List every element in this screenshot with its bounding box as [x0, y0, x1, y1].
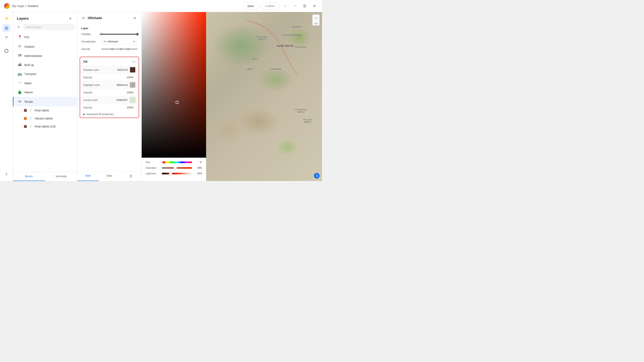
fill-row-shadow-color: Shadow color #552C25 — [80, 65, 139, 74]
opacity-handle-1[interactable] — [111, 48, 113, 50]
accent-color-swatch[interactable] — [130, 97, 136, 103]
sidebar-icon-lightning[interactable]: ⚡ — [2, 14, 10, 22]
fill-value-accent-opacity: 100% — [127, 106, 134, 109]
breadcrumb-separator: / — [26, 4, 26, 8]
visualization-select[interactable]: Hillshade ▼ — [101, 38, 138, 45]
layer-item-nature[interactable]: 🌲 Nature — [13, 88, 77, 97]
sidebar-icon-layers[interactable] — [2, 24, 10, 32]
layer-label-terrain: Terrain — [24, 100, 33, 103]
add-layer-button[interactable]: + — [15, 24, 22, 30]
breadcrumb-current: Outdoor — [28, 4, 38, 8]
fill-advanced-label: Advanced fill properties — [86, 113, 114, 116]
hue-value: 9° — [194, 161, 202, 164]
fill-title: Fill — [83, 60, 87, 63]
highlight-color-swatch[interactable] — [130, 82, 136, 88]
tab-code[interactable]: {} — [120, 171, 142, 181]
sidebar-icon-help[interactable]: ? — [2, 171, 10, 179]
opacity-label: Opacity — [81, 47, 100, 50]
breadcrumb-link[interactable]: My maps — [12, 4, 24, 8]
tab-verticality[interactable]: Verticality — [45, 172, 77, 181]
fill-box: Fill — Shadow color #552C25 Opacity 100%… — [80, 57, 139, 118]
layer-item-administrative[interactable]: 🗺 Administrative — [13, 51, 77, 60]
layer-item-peak-labels[interactable]: T Peak labels — [13, 106, 77, 114]
peak-labels-color — [24, 109, 27, 112]
chevron-right-icon: ▶ — [83, 113, 85, 116]
outdoor-icon — [18, 44, 22, 49]
color-picker-panel: Hue 9° Saturation 39% Lightness — [142, 12, 206, 181]
transport-icon: 🚌 — [18, 72, 22, 76]
layer-item-outdoor[interactable]: Outdoor — [13, 42, 77, 51]
nature-icon: 🌲 — [18, 90, 22, 94]
layer-label-builtup: Built-up — [24, 63, 34, 66]
sidebar-icon-puzzle[interactable] — [2, 47, 10, 55]
layers-close-button[interactable]: ✕ — [68, 16, 73, 21]
layer-label-peak-labels: Peak labels — [34, 109, 49, 112]
layer-item-water[interactable]: 〰 Water — [13, 79, 77, 88]
opacity-slider[interactable] — [101, 49, 138, 49]
saturation-slider[interactable] — [162, 167, 192, 169]
layer-label-water: Water — [24, 82, 32, 85]
close-button[interactable]: ✕ — [311, 2, 318, 10]
sidebar-icon-filter[interactable] — [2, 34, 10, 42]
fill-row-shadow-opacity: Opacity 100% — [80, 74, 139, 80]
layer-item-peak-labels-us[interactable]: T Peak labels (US) — [13, 122, 77, 130]
color-gradient-area[interactable] — [142, 12, 206, 158]
fill-value-accent-color: #D8E8CF — [116, 98, 128, 102]
advanced-fill-properties[interactable]: ▶ Advanced fill properties — [80, 111, 139, 118]
layer-item-volcano-labels[interactable]: T Volcano labels — [13, 114, 77, 122]
fill-value-highlight-color: #B8AAA3 — [116, 83, 128, 86]
fill-row-accent-color: Accent color #D8E8CF — [80, 95, 139, 104]
lightness-handle[interactable] — [169, 172, 172, 175]
hillshade-header-icon — [81, 16, 86, 20]
opacity-handle-3[interactable] — [127, 48, 129, 50]
peak-labels-us-color — [24, 125, 27, 128]
icon-sidebar: ⚡ ? — [0, 12, 13, 181]
lightness-label: Lightness — [146, 172, 160, 175]
props-title: Hillshade — [88, 16, 130, 20]
search-layers-input[interactable] — [23, 24, 75, 30]
fill-header: Fill — — [80, 57, 139, 65]
layer-label-volcano-labels: Volcano labels — [34, 117, 53, 120]
layer-label-transport: Transport — [24, 72, 36, 76]
tab-data[interactable]: Data — [98, 171, 120, 181]
back-button[interactable]: ← — [282, 2, 289, 10]
props-scroll-area: Layer Visibility Visualization — [77, 23, 142, 171]
publish-button[interactable]: Publish — [261, 2, 279, 9]
tab-blocks[interactable]: Blocks — [13, 172, 45, 181]
props-close-button[interactable]: ✕ — [132, 15, 138, 21]
map-zoom-value: 9.8 — [312, 22, 320, 25]
volcano-labels-t-icon: T — [30, 117, 32, 120]
map-clock-button[interactable]: 🕐 — [312, 14, 320, 22]
map-area[interactable]: Samedan Celerina/Schlarigna Sankt Moritz… — [206, 12, 322, 181]
fill-label-accent-color: Accent color — [83, 98, 116, 102]
layer-item-terrain[interactable]: Terrain — [13, 97, 77, 106]
saturation-value: 39% — [194, 167, 202, 169]
lightness-slider[interactable] — [162, 173, 192, 174]
layer-item-builtup[interactable]: 🏙 Built-up — [13, 60, 77, 69]
save-button[interactable]: Save — [243, 2, 258, 9]
map-controls: 🕐 9.8 — [312, 14, 320, 25]
forward-button[interactable]: → — [292, 2, 299, 10]
administrative-icon: 🗺 — [18, 54, 22, 58]
fill-label-accent-opacity: Opacity — [83, 106, 127, 109]
layer-section: Layer Visibility Visualization — [77, 23, 142, 57]
visibility-slider[interactable] — [101, 34, 138, 34]
fill-row-accent-opacity: Opacity 100% — [80, 104, 139, 111]
poi-icon: 📍 — [18, 35, 22, 39]
app-logo — [4, 3, 10, 9]
visibility-handle-right[interactable] — [136, 33, 139, 35]
tab-style[interactable]: Style — [77, 171, 98, 181]
saturation-handle[interactable] — [174, 166, 177, 170]
opacity-handle-2[interactable] — [120, 48, 122, 50]
shadow-color-swatch[interactable] — [130, 67, 136, 73]
layer-item-transport[interactable]: 🚌 Transport — [13, 69, 77, 79]
hue-handle[interactable] — [162, 161, 166, 164]
chevron-down-icon: ▼ — [133, 40, 135, 43]
hue-slider[interactable] — [162, 161, 192, 163]
fill-collapse-button[interactable]: — — [132, 59, 136, 64]
layer-item-poi[interactable]: 📍 POI — [13, 32, 77, 42]
menu-button[interactable]: ☰ — [301, 2, 308, 10]
breadcrumb: My maps / Outdoor — [12, 4, 38, 8]
map-info-button[interactable]: ℹ — [314, 173, 320, 179]
layer-label-poi: POI — [24, 35, 29, 39]
